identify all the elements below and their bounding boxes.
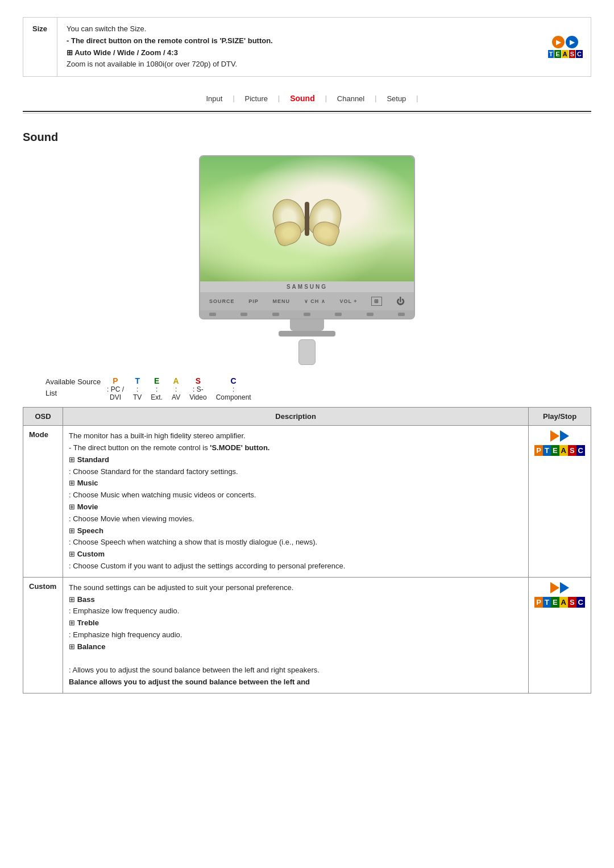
e-badge: E	[554, 50, 561, 58]
source-desc-s: : S-	[193, 385, 204, 393]
tv-controls: SOURCE PIP MENU ∨ CH ∧ VOL + ⊞ ⏻	[200, 292, 414, 310]
custom-line3: : Emphasize low frequency audio.	[69, 605, 522, 617]
play-group-mode: P T E A S C	[534, 430, 585, 456]
page-heading: Sound	[23, 131, 591, 144]
custom-line6: ⊞ Balance	[69, 641, 522, 653]
source-desc-c: :	[233, 385, 234, 393]
custom-content: The sound settings can be adjusted to su…	[69, 582, 522, 688]
source-letter-c: C	[231, 376, 237, 385]
source-desc-t2: TV	[133, 393, 142, 401]
osd-custom: Custom	[23, 577, 63, 693]
source-item-s: S : S- Video	[189, 376, 206, 401]
nav-bar: Input | Picture | Sound | Channel | Setu…	[196, 88, 418, 109]
custom-line2: ⊞ Bass	[69, 594, 522, 606]
source-item-e: E : Ext.	[151, 376, 163, 401]
s-badge: S	[569, 50, 575, 58]
tv-brand: SAMSUNG	[200, 281, 414, 292]
source-letter-e: E	[154, 376, 159, 385]
badge-a2: A	[559, 597, 568, 608]
btn6	[367, 313, 374, 316]
nav-item-picture[interactable]: Picture	[235, 92, 278, 105]
source-item-c: C : Component	[216, 376, 251, 401]
butterfly-bg	[200, 156, 414, 281]
source-desc-c2: Component	[216, 393, 251, 401]
nav-item-sound[interactable]: Sound	[280, 92, 325, 105]
btn4	[304, 313, 310, 316]
mode-line5: ⊞ Music	[69, 477, 522, 489]
pteasc-badge-mode: P T E A S C	[534, 445, 585, 456]
main-table: OSD Description Play/Stop Mode The monit…	[23, 407, 591, 693]
play-btn-mode	[550, 430, 569, 442]
source-desc-t: :	[136, 385, 138, 393]
teasc-icon: ▶ ▶ T E A S C	[548, 36, 583, 58]
nav-underline2	[23, 113, 591, 114]
mode-line7: ⊞ Movie	[69, 501, 522, 513]
nav-section: Input | Picture | Sound | Channel | Setu…	[23, 88, 591, 114]
source-item-a: A : AV	[172, 376, 180, 401]
desc-mode: The monitor has a built-in high fidelity…	[63, 426, 529, 578]
mode-line9: ⊞ Speech	[69, 525, 522, 537]
badge-c: C	[576, 445, 585, 456]
mode-line6: : Choose Music when watching music video…	[69, 489, 522, 501]
badge-s: S	[568, 445, 576, 456]
tv-bottom-buttons	[200, 310, 414, 318]
top-box-label: Size	[23, 18, 57, 76]
mode-line10: : Choose Speech when watching a show tha…	[69, 537, 522, 549]
source-desc-p2: DVI	[110, 393, 121, 401]
pteasc-badge-custom: P T E A S C	[534, 597, 585, 608]
source-letter-a: A	[173, 376, 179, 385]
btn2	[240, 313, 247, 316]
nav-item-input[interactable]: Input	[196, 92, 233, 105]
source-letter-p: P	[113, 376, 118, 385]
table-row-custom: Custom The sound settings can be adjuste…	[23, 577, 591, 693]
source-letter-t: T	[135, 376, 140, 385]
ch-arrows: ∨ CH ∧	[304, 298, 326, 304]
nav-sep-5: |	[416, 94, 418, 102]
badge-c2: C	[576, 597, 585, 608]
top-box-line1: You can switch the Size.	[67, 23, 531, 35]
vol-label: VOL +	[339, 298, 357, 304]
power-icon: ⏻	[396, 297, 405, 306]
table-header-row: OSD Description Play/Stop	[23, 408, 591, 426]
nav-item-setup[interactable]: Setup	[376, 92, 416, 105]
badge-s2: S	[568, 597, 576, 608]
play-triangle3	[550, 582, 559, 593]
tv-stand	[290, 319, 324, 331]
source-label: SOURCE	[209, 298, 235, 304]
table-row-mode: Mode The monitor has a built-in high fid…	[23, 426, 591, 578]
badge-p: P	[534, 445, 543, 456]
play-triangle4	[560, 582, 569, 593]
custom-line9: Balance allows you to adjust the sound b…	[69, 676, 522, 688]
mode-line11: ⊞ Custom	[69, 549, 522, 560]
menu-label: MENU	[272, 298, 290, 304]
circle-orange: ▶	[552, 36, 565, 48]
tv-monitor: SAMSUNG SOURCE PIP MENU ∨ CH ∧ VOL + ⊞ ⏻	[199, 155, 415, 319]
mode-line8: : Choose Movie when viewing movies.	[69, 513, 522, 525]
badge-t: T	[543, 445, 551, 456]
mode-line3: ⊞ Standard	[69, 454, 522, 466]
custom-line4: ⊞ Treble	[69, 617, 522, 629]
badge-e2: E	[551, 597, 559, 608]
col-osd: OSD	[23, 408, 63, 426]
custom-line8: : Allows you to adjust the sound balance…	[69, 665, 522, 676]
custom-line1: The sound settings can be adjusted to su…	[69, 582, 522, 594]
play-group-custom: P T E A S C	[534, 582, 585, 608]
nav-underline	[23, 111, 591, 112]
source-letter-s: S	[196, 376, 201, 385]
badge-a: A	[559, 445, 568, 456]
play-btn-custom	[550, 582, 569, 593]
badge-p2: P	[534, 597, 543, 608]
source-list: Available SourceList P : PC / DVI T : TV…	[45, 376, 591, 401]
desc-custom: The sound settings can be adjusted to su…	[63, 577, 529, 693]
col-playstop: Play/Stop	[529, 408, 591, 426]
mode-line1: The monitor has a built-in high fidelity…	[69, 430, 522, 442]
source-desc-e: :	[156, 385, 157, 393]
play-triangle1	[550, 430, 559, 442]
nav-item-channel[interactable]: Channel	[327, 92, 375, 105]
source-desc-s2: Video	[189, 393, 206, 401]
top-box-line3: ⊞ Auto Wide / Wide / Zoom / 4:3	[67, 47, 531, 59]
top-box-line4: Zoom is not available in 1080i(or over 7…	[67, 59, 531, 70]
circle-blue: ▶	[566, 36, 578, 48]
input-icon: ⊞	[371, 297, 382, 306]
source-desc-p: : PC /	[107, 385, 124, 393]
